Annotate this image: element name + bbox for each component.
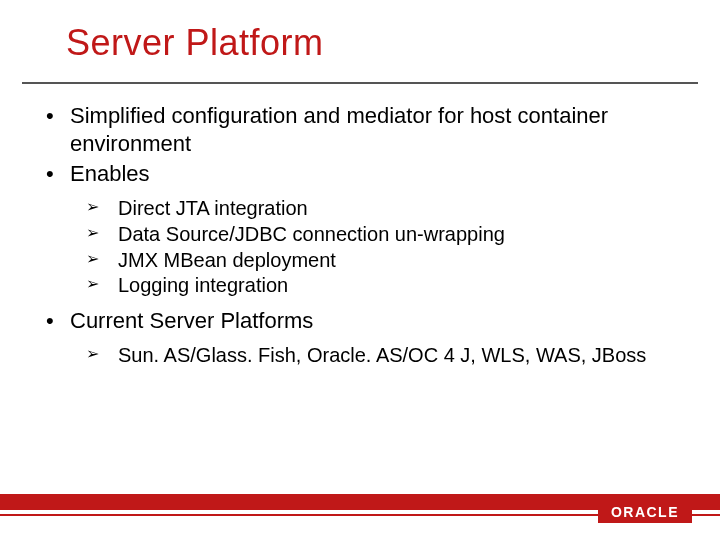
slide-body: Simplified configuration and mediator fo… [0, 84, 720, 369]
oracle-logo: ORACLE [598, 501, 692, 523]
subbullet-item: Logging integration [70, 273, 680, 299]
bullet-list-level2: Sun. AS/Glass. Fish, Oracle. AS/OC 4 J, … [70, 343, 680, 369]
subbullet-text: Sun. AS/Glass. Fish, Oracle. AS/OC 4 J, … [118, 344, 646, 366]
subbullet-text: Direct JTA integration [118, 197, 308, 219]
bullet-item: Current Server Platforms Sun. AS/Glass. … [40, 307, 680, 369]
subbullet-item: Direct JTA integration [70, 196, 680, 222]
subbullet-item: Sun. AS/Glass. Fish, Oracle. AS/OC 4 J, … [70, 343, 680, 369]
bullet-list-level1: Simplified configuration and mediator fo… [40, 102, 680, 369]
subbullet-item: Data Source/JDBC connection un-wrapping [70, 222, 680, 248]
subbullet-text: Logging integration [118, 274, 288, 296]
subbullet-item: JMX MBean deployment [70, 248, 680, 274]
bullet-list-level2: Direct JTA integration Data Source/JDBC … [70, 196, 680, 298]
bullet-item: Enables Direct JTA integration Data Sour… [40, 160, 680, 299]
bullet-text: Current Server Platforms [70, 308, 313, 333]
bullet-item: Simplified configuration and mediator fo… [40, 102, 680, 158]
slide-title: Server Platform [0, 0, 720, 64]
subbullet-text: Data Source/JDBC connection un-wrapping [118, 223, 505, 245]
bullet-text: Simplified configuration and mediator fo… [70, 103, 608, 156]
subbullet-text: JMX MBean deployment [118, 249, 336, 271]
footer: ORACLE [0, 494, 720, 540]
bullet-text: Enables [70, 161, 150, 186]
